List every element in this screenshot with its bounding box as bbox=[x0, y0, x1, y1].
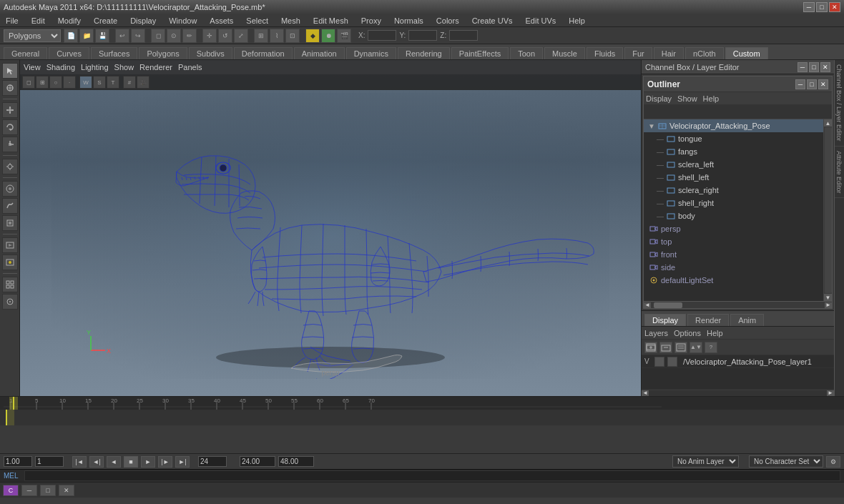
tab-curves[interactable]: Curves bbox=[49, 47, 89, 59]
bw-maximize-btn[interactable]: □ bbox=[40, 485, 56, 496]
anim-options-btn[interactable]: ⚙ bbox=[826, 456, 840, 468]
viewport[interactable]: View Shading Lighting Show Renderer Pane… bbox=[20, 60, 641, 396]
tab-polygons[interactable]: Polygons bbox=[139, 47, 187, 59]
layer-check[interactable] bbox=[654, 357, 664, 367]
layer-visibility[interactable]: V bbox=[644, 357, 654, 365]
panels-menu[interactable]: Panels bbox=[178, 63, 202, 71]
delete-layer-btn[interactable] bbox=[659, 342, 672, 353]
hscroll-right-btn[interactable]: ► bbox=[825, 302, 832, 308]
outliner-search[interactable] bbox=[644, 105, 832, 119]
bw-minimize-btn[interactable]: ─ bbox=[21, 485, 37, 496]
sculpt-btn[interactable] bbox=[2, 198, 18, 214]
current-frame-input[interactable] bbox=[35, 456, 64, 467]
menu-mesh[interactable]: Mesh bbox=[279, 16, 303, 26]
scale-btn[interactable] bbox=[2, 137, 18, 152]
menu-colors[interactable]: Colors bbox=[434, 16, 461, 26]
move-tool-icon[interactable]: ✛ bbox=[202, 29, 217, 43]
tab-display[interactable]: Display bbox=[644, 314, 686, 326]
undo-icon[interactable]: ↩ bbox=[115, 29, 129, 43]
maximize-button[interactable]: □ bbox=[816, 2, 828, 12]
workspace-dropdown[interactable]: Polygons bbox=[4, 29, 61, 42]
ol-item-side[interactable]: side bbox=[644, 261, 823, 274]
lighting-menu[interactable]: Lighting bbox=[81, 63, 109, 71]
ol-display-menu[interactable]: Display bbox=[646, 94, 672, 103]
mel-input[interactable] bbox=[24, 470, 840, 481]
tab-custom[interactable]: Custom bbox=[725, 47, 768, 59]
options-menu[interactable]: Options bbox=[674, 329, 701, 337]
layer-options-btn[interactable] bbox=[674, 342, 687, 353]
vscroll-down-btn[interactable]: ▼ bbox=[824, 294, 833, 301]
bw-close-btn[interactable]: ✕ bbox=[59, 485, 74, 496]
cobalt-btn[interactable]: C bbox=[3, 485, 19, 496]
ol-item-persp[interactable]: persp bbox=[644, 222, 823, 235]
menu-assets[interactable]: Assets bbox=[207, 16, 235, 26]
tab-painteffects[interactable]: PaintEffects bbox=[451, 47, 509, 59]
minimize-button[interactable]: ─ bbox=[803, 2, 815, 12]
component-btn[interactable]: · bbox=[63, 76, 76, 89]
render-btn[interactable] bbox=[2, 237, 18, 253]
stop-btn[interactable]: ■ bbox=[124, 456, 138, 468]
layer-scroll-left[interactable]: ◄ bbox=[642, 390, 649, 396]
tab-toon[interactable]: Toon bbox=[510, 47, 543, 59]
layer-scroll-track[interactable] bbox=[649, 390, 827, 396]
play-back-btn[interactable]: ◄ bbox=[107, 456, 121, 468]
ol-item-fangs[interactable]: — fangs bbox=[644, 145, 823, 158]
menu-edit-mesh[interactable]: Edit Mesh bbox=[311, 16, 350, 26]
menu-edit-uvs[interactable]: Edit UVs bbox=[524, 16, 559, 26]
layers-menu[interactable]: Layers bbox=[644, 329, 668, 337]
tab-animation[interactable]: Animation bbox=[294, 47, 345, 59]
soft-mod-btn[interactable] bbox=[2, 181, 18, 197]
ol-show-menu[interactable]: Show bbox=[677, 94, 697, 103]
renderer-menu[interactable]: Renderer bbox=[139, 63, 172, 71]
smooth-shade-btn[interactable]: S bbox=[93, 76, 106, 89]
menu-select[interactable]: Select bbox=[244, 16, 270, 26]
close-button[interactable]: ✕ bbox=[829, 2, 840, 12]
outliner-hscrollbar[interactable]: ◄ ► bbox=[644, 301, 832, 308]
ol-help-menu[interactable]: Help bbox=[703, 94, 720, 103]
tab-dynamics[interactable]: Dynamics bbox=[346, 47, 396, 59]
tab-fluids[interactable]: Fluids bbox=[587, 47, 623, 59]
play-fwd-btn[interactable]: ► bbox=[141, 456, 155, 468]
timeline-track[interactable] bbox=[0, 410, 844, 425]
menu-normals[interactable]: Normals bbox=[392, 16, 426, 26]
ol-item-top[interactable]: top bbox=[644, 235, 823, 248]
snap-grid-icon[interactable]: ⊞ bbox=[254, 29, 268, 43]
show-manip-btn[interactable] bbox=[2, 215, 18, 231]
channel-box-close[interactable]: ✕ bbox=[820, 62, 830, 72]
tab-fur[interactable]: Fur bbox=[624, 47, 652, 59]
menu-help[interactable]: Help bbox=[566, 16, 587, 26]
channel-box-layer-editor-tab[interactable]: Channel Box / Layer Editor bbox=[835, 60, 844, 147]
vscroll-up-btn[interactable]: ▲ bbox=[824, 119, 833, 127]
rotate-tool-icon[interactable]: ↺ bbox=[218, 29, 232, 43]
tab-hair[interactable]: Hair bbox=[654, 47, 684, 59]
tab-anim[interactable]: Anim bbox=[730, 314, 764, 326]
go-to-end-btn[interactable]: ►| bbox=[175, 456, 190, 468]
lasso-tool-icon[interactable]: ⊙ bbox=[167, 29, 181, 43]
z-input[interactable] bbox=[449, 30, 478, 41]
paint-tool-icon[interactable]: ✏ bbox=[182, 29, 197, 43]
outliner-minimize[interactable]: ─ bbox=[795, 79, 805, 89]
view-menu[interactable]: View bbox=[24, 63, 41, 71]
move-btn[interactable] bbox=[2, 102, 18, 118]
menu-window[interactable]: Window bbox=[167, 16, 199, 26]
tab-muscle[interactable]: Muscle bbox=[544, 47, 585, 59]
show-menu[interactable]: Show bbox=[114, 63, 134, 71]
character-set-dropdown[interactable]: No Character Set bbox=[749, 455, 823, 468]
tab-rendering[interactable]: Rendering bbox=[398, 47, 450, 59]
menu-display[interactable]: Display bbox=[128, 16, 158, 26]
ol-item-front[interactable]: front bbox=[644, 248, 823, 261]
menu-create[interactable]: Create bbox=[92, 16, 119, 26]
select-mask-btn[interactable]: ◻ bbox=[22, 76, 35, 89]
x-input[interactable] bbox=[368, 30, 396, 41]
tab-surfaces[interactable]: Surfaces bbox=[91, 47, 137, 59]
select-tool-btn[interactable] bbox=[2, 63, 18, 79]
menu-modify[interactable]: Modify bbox=[56, 16, 83, 26]
toggle-grid-btn[interactable]: # bbox=[123, 76, 136, 89]
ol-item-velociraptor[interactable]: ▼ Velociraptor_Attacking_Pose bbox=[644, 119, 823, 132]
outliner-maximize[interactable]: □ bbox=[807, 79, 817, 89]
layer-sort-btn[interactable]: ▲▼ bbox=[690, 342, 702, 353]
key-icon[interactable]: ◆ bbox=[305, 29, 320, 43]
render-icon[interactable]: 🎬 bbox=[337, 29, 351, 43]
set-key-icon[interactable]: ⏺ bbox=[321, 29, 335, 43]
ol-item-body[interactable]: — body bbox=[644, 209, 823, 222]
